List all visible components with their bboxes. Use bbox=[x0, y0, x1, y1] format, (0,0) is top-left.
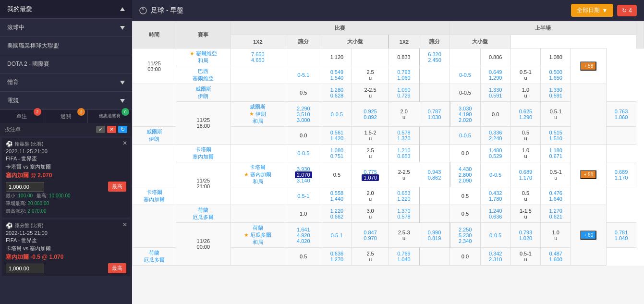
m-ou-odds-qs2[interactable]: 0.9430.862 bbox=[419, 162, 450, 187]
team-serbia-sub[interactable]: 塞爾維亞 bbox=[193, 75, 214, 81]
m-handicap-odds-wi2[interactable]: 0.5611.420 bbox=[322, 127, 352, 145]
m-1x2-qs2[interactable]: 3.9302.0703.140 bbox=[285, 162, 322, 187]
th2[interactable]: 荷蘭 bbox=[253, 225, 263, 231]
h-handicap-odds-wi2[interactable]: 0.3362.240 bbox=[480, 127, 510, 145]
team-wales[interactable]: 威爾斯 bbox=[195, 86, 211, 92]
h-ou-odds-he3[interactable]: 0.4871.600 bbox=[541, 248, 571, 266]
h-1x2-qs2[interactable]: 4.4302.8002.090 bbox=[450, 162, 481, 187]
m-ou-odds-he[interactable]: 1.3700.578 bbox=[389, 205, 419, 223]
m-handicap-odds-qs[interactable]: 1.0800.751 bbox=[322, 145, 352, 162]
m-ou-odds-he2[interactable]: 0.9900.819 bbox=[419, 223, 450, 248]
h-1x2-he2[interactable]: 2.2505.2302.340 bbox=[450, 223, 481, 248]
more-btn-holland[interactable]: + 60 bbox=[580, 231, 596, 240]
h-handicap-odds-he[interactable]: 1.2400.636 bbox=[480, 205, 510, 223]
ti3[interactable]: 伊朗 bbox=[149, 136, 159, 142]
h-handicap-wi: 0.0 bbox=[480, 102, 510, 127]
match-time-qatar2: 11/2521:00 bbox=[176, 162, 231, 205]
h-handicap-odds-qs2[interactable]: 0.6891.170 bbox=[510, 162, 541, 187]
sidebar-item-dota2[interactable]: DOTA 2 - 國際賽 bbox=[0, 55, 132, 73]
tab-single[interactable]: 單注 2 bbox=[0, 110, 44, 123]
h-ou-odds-brazil[interactable]: 0.5001.650 bbox=[541, 66, 571, 84]
m-ou-odds-qs3[interactable]: 0.6531.220 bbox=[389, 187, 419, 205]
h-handicap-odds-he3[interactable]: 0.3422.310 bbox=[480, 248, 510, 266]
sidebar-item-sports[interactable]: 體育 bbox=[0, 73, 132, 92]
m-1x2-he2[interactable]: 1.6414.9204.020 bbox=[285, 223, 322, 248]
bet-max-btn-1[interactable]: 最高 bbox=[108, 182, 126, 192]
bet-amount-input-1[interactable] bbox=[6, 182, 44, 192]
h-1x2-wi[interactable]: 3.0304.1902.020 bbox=[450, 102, 481, 127]
td4[interactable]: 和局 bbox=[253, 239, 263, 245]
tec2[interactable]: 厄瓜多爾 bbox=[250, 232, 271, 238]
m-handicap-odds-brazil[interactable]: 0.5491.540 bbox=[322, 66, 352, 84]
bet-close-2[interactable]: ✕ bbox=[122, 221, 127, 228]
bet-slip-clear[interactable]: ✕ bbox=[107, 126, 116, 133]
m-handicap-odds-he2[interactable]: 0.8470.970 bbox=[352, 223, 389, 248]
h-ou-odds-wi[interactable]: 0.7631.060 bbox=[606, 102, 636, 127]
m-ou-odds-wales[interactable]: 1.0900.729 bbox=[389, 84, 419, 102]
team-brazil[interactable]: 巴西 bbox=[198, 68, 208, 74]
tw3[interactable]: 威爾斯 bbox=[146, 129, 162, 134]
tec3[interactable]: 厄瓜多爾 bbox=[144, 257, 165, 263]
m-1x2-wi[interactable]: 2.2903.5103.000 bbox=[285, 102, 322, 127]
more-btn-1[interactable]: + 58 bbox=[580, 61, 596, 71]
bet-slip-refresh[interactable]: ↻ bbox=[118, 126, 127, 133]
h-handicap-odds-wi[interactable]: 0.6251.290 bbox=[510, 102, 541, 127]
tab-parlay[interactable]: 過關 2 bbox=[44, 110, 88, 123]
bet-amount-input-2[interactable] bbox=[6, 264, 44, 273]
team-iran-1[interactable]: 伊朗 bbox=[198, 93, 208, 99]
h-handicap-odds-brazil[interactable]: 0.6491.290 bbox=[480, 66, 510, 84]
m-handicap-odds-he3[interactable]: 0.6361.270 bbox=[322, 248, 352, 266]
ti2[interactable]: 伊朗 bbox=[255, 111, 266, 117]
m-handicap-odds-qs2[interactable]: 0.7751.070 bbox=[352, 162, 389, 187]
m-ou-odds-wi2[interactable]: 0.5781.370 bbox=[389, 127, 419, 145]
h-handicap-odds-wales[interactable]: 1.3300.591 bbox=[480, 84, 510, 102]
h-ou-odds-qs2[interactable]: 0.6891.170 bbox=[606, 162, 636, 187]
h-ou-odds-wi2[interactable]: 0.5151.510 bbox=[541, 127, 571, 145]
tq1[interactable]: 卡塔爾 bbox=[195, 146, 211, 152]
m-ou-odds-he3[interactable]: 0.7691.040 bbox=[389, 248, 419, 266]
m-handicap-odds-he[interactable]: 1.2200.662 bbox=[322, 205, 352, 223]
m-ou-odds-brazil[interactable]: 0.7931.060 bbox=[389, 66, 419, 84]
h-ou-odds-qs3[interactable]: 0.4761.640 bbox=[541, 187, 571, 205]
sidebar-favorites[interactable]: 我的最愛 bbox=[0, 0, 132, 19]
selected-odds[interactable]: 2.070 bbox=[295, 171, 312, 178]
tec1[interactable]: 厄瓜多爾 bbox=[193, 214, 214, 220]
td2[interactable]: 和局 bbox=[253, 118, 263, 124]
sidebar-item-esports[interactable]: 電競 bbox=[0, 92, 132, 110]
bet-close-1[interactable]: ✕ bbox=[122, 140, 127, 146]
h-1x2-1[interactable]: 6.3202.450 bbox=[419, 49, 450, 66]
tq3[interactable]: 卡塔爾 bbox=[146, 189, 162, 195]
ts3[interactable]: 塞內加爾 bbox=[144, 196, 165, 202]
refresh-btn[interactable]: ↻ 4 bbox=[617, 5, 637, 16]
h-ou-odds-he2[interactable]: 0.7811.040 bbox=[606, 223, 636, 248]
m-handicap-odds-qs3[interactable]: 0.5581.440 bbox=[322, 187, 352, 205]
tab-special[interactable]: 優惠過關賽 0 bbox=[88, 110, 132, 123]
team-name[interactable]: 塞爾維亞 bbox=[196, 50, 217, 56]
h-ou-odds-he[interactable]: 1.2700.621 bbox=[541, 205, 571, 223]
th3[interactable]: 荷蘭 bbox=[149, 250, 159, 255]
date-filter-btn[interactable]: 全部日期 ▼ bbox=[571, 4, 613, 17]
h-handicap-odds-he2[interactable]: 0.7931.020 bbox=[510, 223, 541, 248]
bet-slip-check[interactable]: ✓ bbox=[96, 126, 105, 133]
bet-max-btn-2[interactable]: 最高 bbox=[108, 263, 126, 273]
h-handicap-odds-qs3[interactable]: 0.4321.780 bbox=[480, 187, 510, 205]
m-ou-odds-qs[interactable]: 1.2100.653 bbox=[389, 145, 419, 162]
m-1x2-odds[interactable]: 7.6504.650 bbox=[231, 49, 285, 66]
h-ou-odds-wales[interactable]: 1.3300.591 bbox=[541, 84, 571, 102]
h-ou-odds-qs[interactable]: 1.1800.671 bbox=[541, 145, 571, 162]
m-handicap-odds-wi[interactable]: 0.9250.892 bbox=[352, 102, 389, 127]
ts1[interactable]: 塞內加爾 bbox=[193, 154, 214, 159]
m-ou-odds-wi[interactable]: 0.7871.030 bbox=[419, 102, 450, 127]
h-handicap-odds-qs[interactable]: 1.4800.529 bbox=[480, 145, 510, 162]
ts2[interactable]: 塞內加爾 bbox=[250, 171, 271, 177]
m-handicap-odds-wales[interactable]: 1.2800.628 bbox=[322, 84, 352, 102]
more-btn-qatar[interactable]: + 58 bbox=[580, 170, 596, 179]
draw-label[interactable]: 和局 bbox=[198, 58, 208, 63]
tq2[interactable]: 卡塔爾 bbox=[250, 164, 266, 170]
sidebar-item-rolling[interactable]: 滾球中 bbox=[0, 19, 132, 37]
tw2[interactable]: 威爾斯 bbox=[250, 104, 266, 109]
th1[interactable]: 荷蘭 bbox=[198, 207, 208, 213]
sidebar-item-mlb[interactable]: 美國職業棒球大聯盟 bbox=[0, 37, 132, 55]
selected-handicap[interactable]: 1.070 bbox=[362, 174, 379, 181]
td3[interactable]: 和局 bbox=[253, 179, 263, 184]
